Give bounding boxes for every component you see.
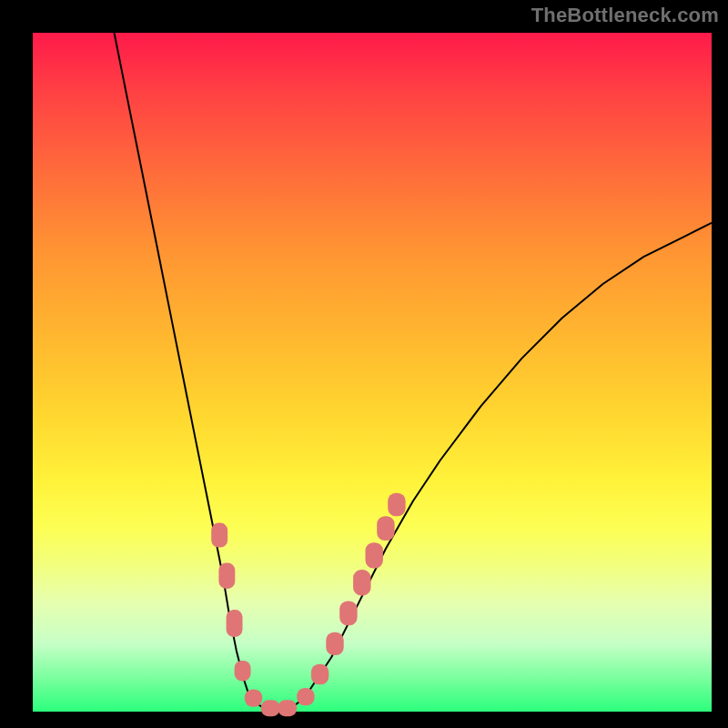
line-layer [115, 33, 713, 712]
scatter-point [245, 689, 262, 706]
scatter-point [218, 563, 235, 589]
scatter-point [211, 523, 228, 548]
scatter-point [311, 664, 329, 684]
scatter-point [377, 516, 394, 541]
scatter-point [227, 610, 243, 637]
chart-frame: TheBottleneck.com [0, 0, 728, 728]
scatter-layer [211, 493, 405, 716]
scatter-point [326, 632, 343, 655]
bottleneck-curve [115, 33, 713, 712]
scatter-point [261, 700, 280, 716]
scatter-point [366, 542, 383, 568]
scatter-point [278, 700, 297, 716]
scatter-point [388, 493, 405, 516]
scatter-point [297, 688, 314, 705]
plot-area [33, 33, 712, 712]
scatter-point [353, 570, 370, 595]
scatter-point [339, 601, 357, 625]
watermark-text: TheBottleneck.com [531, 4, 719, 27]
chart-svg [33, 33, 712, 712]
scatter-point [235, 661, 251, 681]
